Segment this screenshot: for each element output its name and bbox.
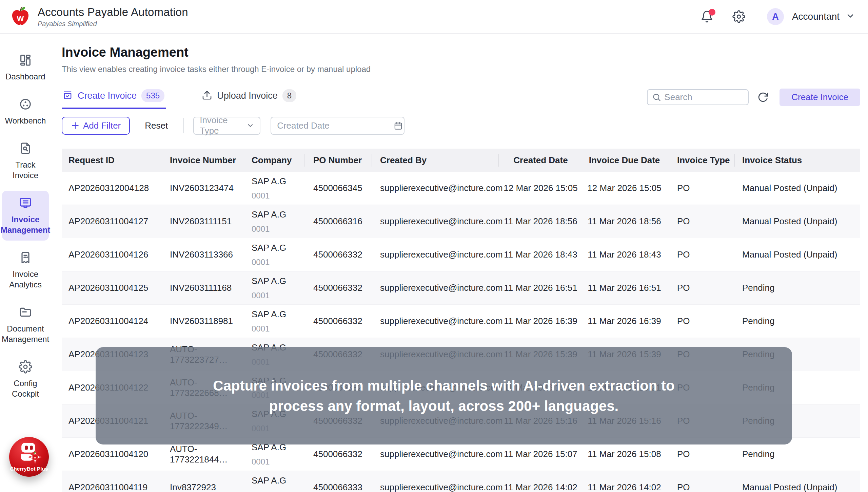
topbar: w Accounts Payable Automation Payables S… <box>0 0 868 34</box>
topbar-actions: A Accountant <box>701 8 855 25</box>
cell-po-number: 4500066332 <box>304 271 372 304</box>
company-code: 0001 <box>252 324 286 334</box>
cell-created-date: 11 Mar 2026 14:02 <box>498 471 583 492</box>
company-code: 0001 <box>252 224 286 234</box>
upload-tab-icon <box>202 90 212 102</box>
sidebar-item-workbench[interactable]: Workbench <box>2 92 49 131</box>
invoice-type-placeholder: Invoice Type <box>200 115 246 136</box>
table-row[interactable]: AP20260311004119Inv8372923SAP A.G0001450… <box>62 471 860 492</box>
cell-invoice-type: PO <box>666 471 734 492</box>
cherrybot-button[interactable]: w CherryBot Plus <box>9 437 49 477</box>
reset-filters-button[interactable]: Reset <box>145 120 168 131</box>
sidebar-item-invoice-management[interactable]: Invoice Management <box>2 191 49 241</box>
cell-request-id: AP20260311004124 <box>62 305 162 338</box>
cell-invoice-due-date: 11 Mar 2026 18:43 <box>583 238 666 271</box>
app-tagline: Payables Simplified <box>38 20 188 28</box>
search-input[interactable] <box>664 92 744 102</box>
chevron-down-icon <box>846 11 855 22</box>
tab-label: Upload Invoice <box>217 91 278 101</box>
sidebar: DashboardWorkbenchTrack InvoiceInvoice M… <box>0 34 51 492</box>
document-management-icon <box>19 305 32 320</box>
cell-invoice-status: Manual Posted (Unpaid) <box>734 205 860 238</box>
column-header-invoice-type: Invoice Type <box>666 149 734 172</box>
column-header-created-date: Created Date <box>498 149 583 172</box>
cell-request-id: AP20260311004125 <box>62 271 162 304</box>
cell-invoice-number: INV2603118981 <box>162 305 246 338</box>
cell-invoice-status: Manual Posted (Unpaid) <box>734 471 860 492</box>
sidebar-item-label: Document Management <box>2 323 49 344</box>
notifications-button[interactable] <box>701 10 713 23</box>
invoice-type-select[interactable]: Invoice Type <box>193 117 260 135</box>
apple-logo-icon: w <box>9 5 32 28</box>
cell-invoice-number: Inv8372923 <box>162 471 246 492</box>
avatar: A <box>767 8 784 25</box>
dashboard-icon <box>19 53 32 68</box>
sidebar-item-config-cockpit[interactable]: Config Cockpit <box>2 355 49 404</box>
cell-invoice-due-date: 11 Mar 2026 16:51 <box>583 271 666 304</box>
column-header-invoice-due-date: Invoice Due Date <box>583 149 666 172</box>
cell-po-number: 4500066332 <box>304 305 372 338</box>
add-filter-label: Add Filter <box>83 120 121 131</box>
table-row[interactable]: AP20260311004127INV2603111151SAP A.G0001… <box>62 205 860 238</box>
filter-divider <box>183 118 184 133</box>
cell-company: SAP A.G0001 <box>246 238 304 271</box>
chevron-down-icon <box>246 121 254 130</box>
cell-invoice-type: PO <box>666 305 734 338</box>
gear-icon <box>732 10 745 23</box>
svg-text:w: w <box>33 455 36 459</box>
table-row[interactable]: AP20260311004124INV2603118981SAP A.G0001… <box>62 305 860 338</box>
sidebar-item-document-management[interactable]: Document Management <box>2 300 49 350</box>
cell-created-by: supplierexecutive@incture.com <box>372 305 498 338</box>
calendar-icon[interactable] <box>393 121 403 131</box>
column-header-created-by: Created By <box>372 149 498 172</box>
cell-company: SAP A.G0001 <box>246 172 304 205</box>
cell-company: SAP A.G0001 <box>246 471 304 492</box>
company-code: 0001 <box>252 291 286 300</box>
sidebar-item-label: Invoice Analytics <box>3 269 47 290</box>
cell-invoice-due-date: 12 Mar 2026 15:05 <box>583 172 666 205</box>
create-invoice-button[interactable]: Create Invoice <box>780 89 860 106</box>
refresh-button[interactable] <box>757 92 769 103</box>
filter-row: Add Filter Reset Invoice Type <box>62 114 860 137</box>
cell-company: SAP A.G0001 <box>246 305 304 338</box>
settings-button[interactable] <box>732 10 745 23</box>
tab-label: Create Invoice <box>78 91 137 101</box>
cell-created-date: 11 Mar 2026 18:43 <box>498 238 583 271</box>
table-row[interactable]: AP20260311004125INV2603111168SAP A.G0001… <box>62 271 860 305</box>
column-header-po-number: PO Number <box>304 149 372 172</box>
promo-line-2: process any format, layout, across 200+ … <box>269 396 619 416</box>
search-icon <box>652 93 661 102</box>
sidebar-item-dashboard[interactable]: Dashboard <box>2 48 49 87</box>
tab-upload-invoice[interactable]: Upload Invoice8 <box>201 89 298 109</box>
cell-request-id: AP20260311004127 <box>62 205 162 238</box>
cell-invoice-due-date: 11 Mar 2026 18:56 <box>583 205 666 238</box>
table-header: Request IDInvoice NumberCompanyPO Number… <box>62 149 860 172</box>
user-menu[interactable]: A Accountant <box>767 8 855 25</box>
company-name: SAP A.G <box>252 243 286 253</box>
company-code: 0001 <box>252 191 286 201</box>
page-subtitle: This view enables creating invoice tasks… <box>62 64 860 74</box>
created-date-input[interactable] <box>277 120 391 131</box>
track-invoice-icon <box>19 141 32 156</box>
cell-created-by: supplierexecutive@incture.com <box>372 471 498 492</box>
sidebar-item-label: Config Cockpit <box>3 378 47 399</box>
column-header-invoice-status: Invoice Status <box>734 149 860 172</box>
cell-invoice-type: PO <box>666 238 734 271</box>
cell-created-by: supplierexecutive@incture.com <box>372 172 498 205</box>
brand: w Accounts Payable Automation Payables S… <box>9 5 188 28</box>
tab-create-invoice[interactable]: Create Invoice535 <box>62 89 166 109</box>
add-filter-button[interactable]: Add Filter <box>62 117 130 135</box>
column-header-request-id: Request ID <box>62 149 162 172</box>
sidebar-item-track-invoice[interactable]: Track Invoice <box>2 136 49 186</box>
svg-text:w: w <box>17 13 24 23</box>
sidebar-item-invoice-analytics[interactable]: Invoice Analytics <box>2 245 49 295</box>
promo-line-1: Capture invoices from multiple channels … <box>213 376 674 396</box>
company-name: SAP A.G <box>252 209 286 220</box>
table-row[interactable]: AP20260312004128INV2603123474SAP A.G0001… <box>62 172 860 205</box>
table-row[interactable]: AP20260311004126INV2603113366SAP A.G0001… <box>62 238 860 271</box>
cell-invoice-number: INV2603111168 <box>162 271 246 304</box>
main-content: Invoice Management This view enables cre… <box>51 34 868 492</box>
table-toolbar: Create Invoice <box>647 89 860 106</box>
cell-invoice-number: INV2603123474 <box>162 172 246 205</box>
tabs: Create Invoice535Upload Invoice8 <box>62 89 298 109</box>
